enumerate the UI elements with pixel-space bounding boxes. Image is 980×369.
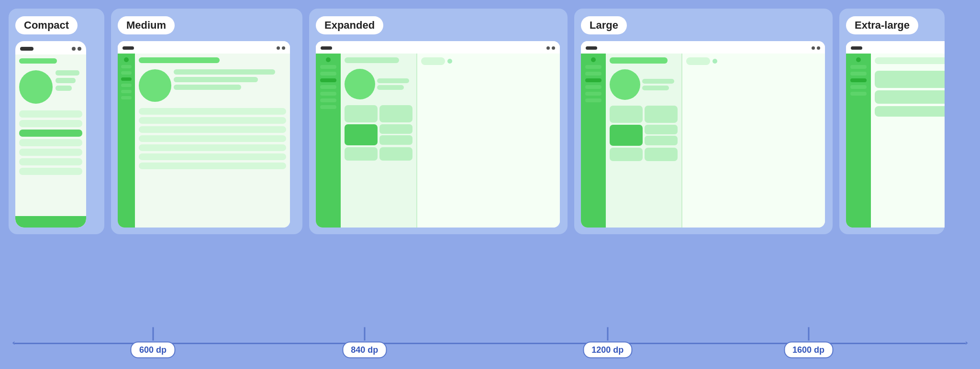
large-card: Large (574, 9, 833, 234)
ruler-label-840: 840 dp (342, 342, 387, 358)
medium-tablet (118, 41, 290, 228)
ruler-label-600: 600 dp (131, 342, 175, 358)
expanded-tablet (316, 41, 560, 228)
expanded-sidebar (316, 54, 341, 228)
ruler-marker-1600: 1600 dp (784, 327, 833, 358)
expanded-main (417, 54, 560, 228)
ruler-marker-840: 840 dp (342, 327, 387, 358)
xl-tablet (846, 41, 945, 228)
xl-card: Extra-large (839, 9, 945, 234)
phone-bottom-bar (15, 216, 86, 228)
large-tablet (581, 41, 825, 228)
large-main (682, 54, 825, 228)
phone-dots (72, 47, 81, 51)
ruler-marker-1200: 1200 dp (583, 327, 632, 358)
compact-phone (15, 41, 86, 228)
large-sidebar (581, 54, 606, 228)
medium-label: Medium (118, 16, 175, 34)
large-label: Large (581, 16, 627, 34)
xl-sidebar (846, 54, 871, 228)
compact-label: Compact (15, 16, 78, 34)
compact-card: Compact (9, 9, 104, 234)
ruler-area: ← 600 dp 840 dp 1200 dp 1600 dp → (0, 316, 980, 369)
medium-card: Medium (111, 9, 302, 234)
ruler-arrow-left: ← (10, 335, 23, 350)
ruler-marker-600: 600 dp (131, 327, 175, 358)
xl-main (871, 54, 945, 228)
ruler-label-1200: 1200 dp (583, 342, 632, 358)
main-area: Compact (0, 0, 980, 316)
medium-main (135, 54, 290, 228)
medium-sidebar (118, 54, 135, 228)
expanded-label: Expanded (316, 16, 383, 34)
camera-pill (20, 47, 33, 51)
ruler-arrow-right: → (957, 335, 970, 350)
xl-label: Extra-large (846, 16, 918, 34)
ruler-label-1600: 1600 dp (784, 342, 833, 358)
expanded-card: Expanded (309, 9, 568, 234)
